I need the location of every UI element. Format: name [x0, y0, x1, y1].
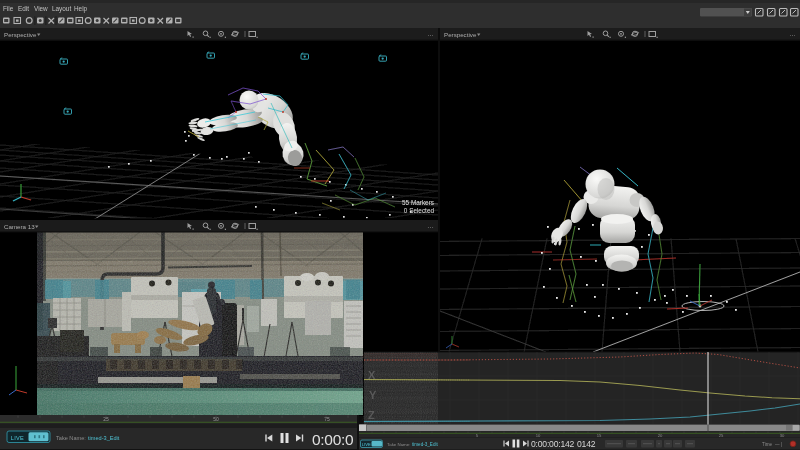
svg-text:55 Markers: 55 Markers — [402, 199, 434, 206]
svg-text:— |: — | — [775, 442, 782, 447]
svg-text:Time: Time — [762, 442, 772, 447]
svg-text:LIVE: LIVE — [11, 435, 24, 441]
svg-text:timed-3_Edit: timed-3_Edit — [412, 442, 439, 447]
svg-text:20: 20 — [658, 433, 663, 438]
svg-text:Camera 13: Camera 13 — [4, 223, 35, 230]
svg-text:File: File — [3, 5, 14, 12]
svg-text:0 Selected: 0 Selected — [404, 207, 435, 214]
svg-text:LIVE: LIVE — [362, 442, 371, 447]
svg-text:…: … — [427, 222, 434, 229]
svg-text:0:00:00:142: 0:00:00:142 — [531, 439, 575, 449]
svg-text:Y: Y — [369, 389, 377, 401]
svg-text:15: 15 — [597, 433, 602, 438]
svg-text:0142: 0142 — [577, 439, 596, 449]
svg-text:Help: Help — [74, 5, 88, 13]
svg-text:…: … — [427, 30, 434, 37]
svg-text:Z: Z — [368, 409, 375, 421]
svg-text:timed-3_Edit: timed-3_Edit — [88, 435, 120, 441]
svg-text:25: 25 — [719, 433, 724, 438]
svg-text:View: View — [34, 5, 48, 12]
svg-text:30: 30 — [780, 433, 785, 438]
svg-text:Layout: Layout — [52, 5, 71, 13]
svg-text:Take Name:: Take Name: — [387, 442, 410, 447]
svg-text:Edit: Edit — [18, 5, 29, 12]
svg-text:10: 10 — [536, 433, 541, 438]
svg-text:Perspective: Perspective — [444, 31, 477, 38]
svg-text:…: … — [789, 30, 796, 37]
svg-text:0:00:0: 0:00:0 — [312, 431, 354, 448]
svg-text:Perspective: Perspective — [4, 31, 37, 38]
svg-text:Take Name:: Take Name: — [56, 435, 86, 441]
svg-text:75: 75 — [324, 416, 330, 422]
